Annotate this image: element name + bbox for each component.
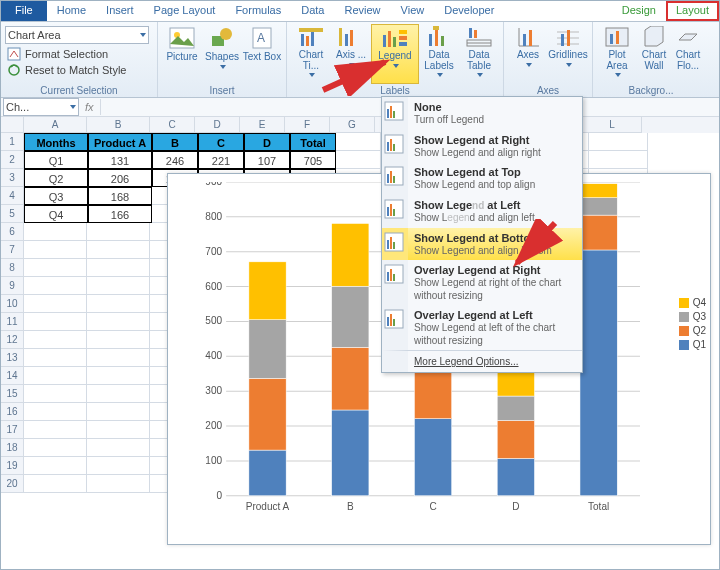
row-header[interactable]: 10 (1, 295, 24, 313)
row-header[interactable]: 15 (1, 385, 24, 403)
column-header[interactable] (1, 117, 24, 133)
legend-entry[interactable]: Q2 (679, 325, 706, 336)
row-header[interactable]: 17 (1, 421, 24, 439)
name-box[interactable]: Ch... (3, 98, 79, 116)
row-header[interactable]: 20 (1, 475, 24, 493)
cell[interactable]: Q4 (24, 205, 88, 223)
column-header[interactable]: D (195, 117, 240, 133)
row-header[interactable]: 7 (1, 241, 24, 259)
cell[interactable] (24, 295, 87, 313)
column-header[interactable]: C (150, 117, 195, 133)
menu-item-more-options[interactable]: More Legend Options... (382, 350, 582, 372)
cell[interactable] (87, 457, 150, 475)
legend-entry[interactable]: Q3 (679, 311, 706, 322)
row-header[interactable]: 19 (1, 457, 24, 475)
row-header[interactable]: 8 (1, 259, 24, 277)
cell[interactable] (24, 241, 87, 259)
cell[interactable] (87, 331, 150, 349)
cell[interactable]: 131 (88, 151, 152, 169)
cell[interactable]: Product A (88, 133, 152, 151)
cell[interactable] (87, 241, 150, 259)
cell[interactable] (24, 349, 87, 367)
cell[interactable] (24, 403, 87, 421)
shapes-button[interactable]: Shapes (202, 24, 242, 82)
cell[interactable]: 166 (88, 205, 152, 223)
chart-floor-button[interactable]: Chart Flo... (671, 24, 705, 82)
cell[interactable] (87, 223, 150, 241)
cell[interactable] (24, 331, 87, 349)
cell[interactable] (87, 421, 150, 439)
axes-button[interactable]: Axes (508, 24, 548, 82)
cell[interactable]: Q2 (24, 169, 88, 187)
cell[interactable]: 206 (88, 169, 152, 187)
menu-item[interactable]: Overlay Legend at LeftShow Legend at lef… (382, 305, 582, 350)
chart-wall-button[interactable]: Chart Wall (637, 24, 671, 82)
cell[interactable] (87, 403, 150, 421)
menu-item[interactable]: Show Legend at TopShow Legend and top al… (382, 162, 582, 195)
cell[interactable]: Months (24, 133, 88, 151)
row-header[interactable]: 6 (1, 223, 24, 241)
row-header[interactable]: 5 (1, 205, 24, 223)
row-header[interactable]: 11 (1, 313, 24, 331)
cell[interactable] (24, 313, 87, 331)
data-labels-button[interactable]: Data Labels (419, 24, 459, 82)
cell[interactable]: Q1 (24, 151, 88, 169)
fx-icon[interactable]: fx (79, 101, 100, 113)
row-header[interactable]: 12 (1, 331, 24, 349)
row-header[interactable]: 13 (1, 349, 24, 367)
cell[interactable]: C (198, 133, 244, 151)
tab-formulas[interactable]: Formulas (225, 1, 291, 21)
plot-area-button[interactable]: Plot Area (597, 24, 637, 82)
cell[interactable] (589, 133, 648, 151)
cell[interactable]: B (152, 133, 198, 151)
column-header[interactable]: E (240, 117, 285, 133)
cell[interactable]: 246 (152, 151, 198, 169)
cell[interactable]: Total (290, 133, 336, 151)
cell[interactable] (24, 475, 87, 493)
chart-legend[interactable]: Q4Q3Q2Q1 (679, 294, 706, 353)
row-header[interactable]: 9 (1, 277, 24, 295)
menu-item[interactable]: NoneTurn off Legend (382, 97, 582, 130)
cell[interactable]: D (244, 133, 290, 151)
tab-view[interactable]: View (391, 1, 435, 21)
worksheet[interactable]: ABCDEFGHIJKL 1MonthsProduct ABCDTotal2Q1… (1, 117, 719, 493)
column-header[interactable]: G (330, 117, 375, 133)
legend-entry[interactable]: Q4 (679, 297, 706, 308)
cell[interactable]: 168 (88, 187, 152, 205)
row-header[interactable]: 18 (1, 439, 24, 457)
cell[interactable] (87, 367, 150, 385)
cell[interactable]: 705 (290, 151, 336, 169)
cell[interactable] (87, 439, 150, 457)
cell[interactable] (24, 367, 87, 385)
cell[interactable] (87, 295, 150, 313)
cell[interactable] (336, 133, 381, 151)
cell[interactable] (24, 277, 87, 295)
cell[interactable] (87, 313, 150, 331)
column-header[interactable]: B (87, 117, 150, 133)
cell[interactable] (87, 385, 150, 403)
row-header[interactable]: 4 (1, 187, 24, 205)
cell[interactable]: 107 (244, 151, 290, 169)
reset-style-button[interactable]: Reset to Match Style (5, 62, 153, 78)
column-header[interactable]: F (285, 117, 330, 133)
tab-home[interactable]: Home (47, 1, 96, 21)
row-header[interactable]: 3 (1, 169, 24, 187)
row-header[interactable]: 2 (1, 151, 24, 169)
cell[interactable] (24, 439, 87, 457)
tab-insert[interactable]: Insert (96, 1, 144, 21)
format-selection-button[interactable]: Format Selection (5, 46, 153, 62)
cell[interactable] (24, 457, 87, 475)
cell[interactable] (87, 475, 150, 493)
cell[interactable] (87, 259, 150, 277)
tab-file[interactable]: File (1, 1, 47, 21)
cell[interactable] (24, 259, 87, 277)
picture-button[interactable]: Picture (162, 24, 202, 82)
tab-design[interactable]: Design (612, 1, 666, 21)
tab-layout[interactable]: Layout (666, 1, 719, 21)
cell[interactable] (87, 277, 150, 295)
tab-review[interactable]: Review (334, 1, 390, 21)
tab-data[interactable]: Data (291, 1, 334, 21)
tab-page-layout[interactable]: Page Layout (144, 1, 226, 21)
cell[interactable] (589, 151, 648, 169)
column-header[interactable]: L (583, 117, 642, 133)
